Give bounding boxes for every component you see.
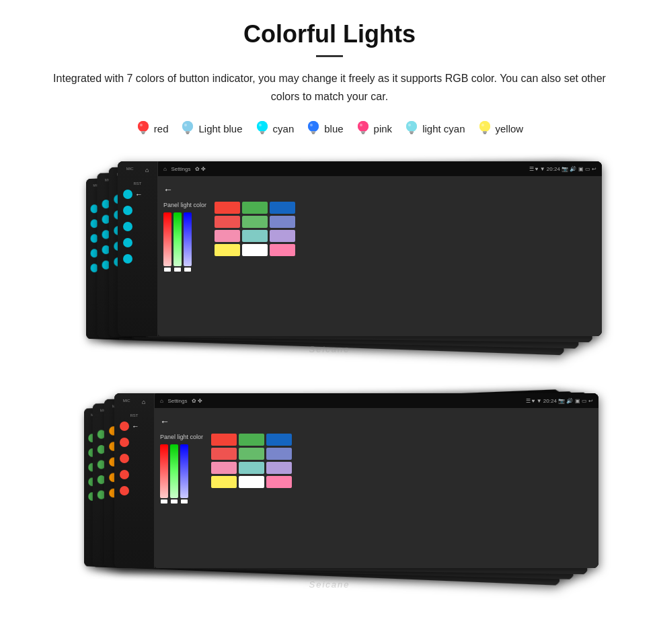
green-slider[interactable] <box>171 499 178 504</box>
back-arrow[interactable]: ← <box>135 190 143 198</box>
color-bulb-blue <box>306 119 321 138</box>
red-slider[interactable] <box>161 499 167 504</box>
svg-point-34 <box>481 124 484 126</box>
svg-rect-23 <box>362 133 364 134</box>
green-slider[interactable] <box>174 268 181 272</box>
panel-color-section: Panel light color <box>163 202 596 272</box>
svg-point-16 <box>308 121 319 132</box>
color-cell-9[interactable] <box>215 244 240 256</box>
svg-point-4 <box>140 124 143 126</box>
rst-label: RST <box>130 413 139 417</box>
blue-strip <box>180 444 188 498</box>
svg-point-11 <box>257 121 268 132</box>
panel-color-section: Panel light color <box>160 434 593 504</box>
color-cell-0[interactable] <box>211 434 237 446</box>
color-cell-5[interactable] <box>270 216 295 228</box>
color-label: red <box>154 123 169 134</box>
page-description: Integrated with 7 colors of button indic… <box>40 69 619 106</box>
color-cell-7[interactable] <box>239 462 264 474</box>
color-cell-4[interactable] <box>239 448 264 460</box>
panel-color-label: Panel light color <box>163 202 206 208</box>
color-cell-3[interactable] <box>211 448 237 460</box>
color-bulb-yellow <box>477 119 492 138</box>
svg-rect-28 <box>410 133 413 134</box>
power-button[interactable] <box>123 190 132 199</box>
rst-label: RST <box>134 182 142 186</box>
color-label: light cyan <box>422 123 465 134</box>
settings-title: ⌂ Settings ✿ ✤ <box>160 398 202 404</box>
color-label: cyan <box>273 123 295 134</box>
color-cell-6[interactable] <box>211 462 237 474</box>
color-cell-5[interactable] <box>266 448 292 460</box>
page-title: Colorful Lights <box>27 20 632 48</box>
color-strips <box>163 212 206 272</box>
vol-up-button[interactable] <box>123 238 132 247</box>
screen-back-button[interactable]: ← <box>160 416 169 427</box>
top-device-1: MIC ⌂ RST ← <box>118 161 602 336</box>
color-cell-1[interactable] <box>242 202 268 214</box>
color-item-cyan: cyan <box>255 119 295 138</box>
screen-area: ⌂ Settings ✿ ✤ ☰ ♥ ▼ 20:24 📷 🔊 ▣ ▭ ↩ ← P… <box>158 161 602 336</box>
watermark-bottom: Seicane <box>309 579 350 590</box>
color-cell-3[interactable] <box>215 216 240 228</box>
svg-point-31 <box>479 121 490 132</box>
back-button[interactable] <box>120 454 129 463</box>
color-cell-10[interactable] <box>239 476 264 488</box>
blue-slider[interactable] <box>184 268 191 272</box>
blue-slider[interactable] <box>181 499 188 504</box>
svg-point-24 <box>360 124 362 126</box>
vol-up-button[interactable] <box>120 470 129 479</box>
svg-point-9 <box>184 124 187 126</box>
color-bulb-cyan <box>255 119 270 138</box>
svg-point-1 <box>138 121 149 132</box>
vol-down-button[interactable] <box>120 486 129 495</box>
svg-point-21 <box>358 121 369 132</box>
blue-strip <box>184 212 192 266</box>
mic-label: MIC <box>123 399 130 405</box>
color-cell-4[interactable] <box>242 216 268 228</box>
home-button[interactable] <box>123 206 132 215</box>
settings-title: ⌂ Settings ✿ ✤ <box>163 166 206 172</box>
watermark-top: Seicane <box>309 344 350 354</box>
svg-point-26 <box>406 121 417 132</box>
color-label: blue <box>324 123 343 134</box>
color-cell-2[interactable] <box>270 202 295 214</box>
color-item-Light-blue: Light blue <box>180 119 242 138</box>
home-icon[interactable]: ⌂ <box>145 167 149 173</box>
panel-color-label: Panel light color <box>160 434 203 440</box>
red-slider[interactable] <box>164 268 171 272</box>
color-strips-section: Panel light color <box>163 202 206 272</box>
color-cell-1[interactable] <box>239 434 264 446</box>
back-button[interactable] <box>123 222 132 231</box>
color-item-light-cyan: light cyan <box>404 119 465 138</box>
color-cell-6[interactable] <box>215 230 240 242</box>
status-bar: ⌂ Settings ✿ ✤ ☰ ♥ ▼ 20:24 📷 🔊 ▣ ▭ ↩ <box>155 393 598 408</box>
color-cell-2[interactable] <box>266 434 292 446</box>
status-icons: ☰ ♥ ▼ 20:24 📷 🔊 ▣ ▭ ↩ <box>529 166 596 172</box>
home-button[interactable] <box>120 438 129 447</box>
color-cell-7[interactable] <box>242 230 268 242</box>
screen-back-button[interactable]: ← <box>163 184 173 195</box>
color-cell-8[interactable] <box>266 462 292 474</box>
color-cell-9[interactable] <box>211 476 237 488</box>
color-cell-0[interactable] <box>215 202 240 214</box>
svg-rect-8 <box>186 133 189 134</box>
power-button[interactable] <box>120 421 129 431</box>
svg-point-19 <box>310 124 313 126</box>
color-bulb-red <box>136 119 151 138</box>
color-cell-11[interactable] <box>266 476 292 488</box>
home-icon[interactable]: ⌂ <box>142 399 145 405</box>
color-grid <box>211 434 292 488</box>
page-wrapper: Colorful Lights Integrated with 7 colors… <box>0 0 659 629</box>
color-bulb-light-cyan <box>404 119 419 138</box>
color-item-yellow: yellow <box>477 119 524 138</box>
color-grid-section <box>215 202 295 256</box>
svg-rect-13 <box>261 133 264 134</box>
color-cell-11[interactable] <box>270 244 295 256</box>
color-cell-10[interactable] <box>242 244 268 256</box>
bottom-device-stack: MIC ⌂ RST ← <box>40 393 619 595</box>
color-cell-8[interactable] <box>270 230 295 242</box>
vol-down-button[interactable] <box>123 254 132 264</box>
back-arrow[interactable]: ← <box>132 422 139 430</box>
green-strip <box>173 212 182 266</box>
